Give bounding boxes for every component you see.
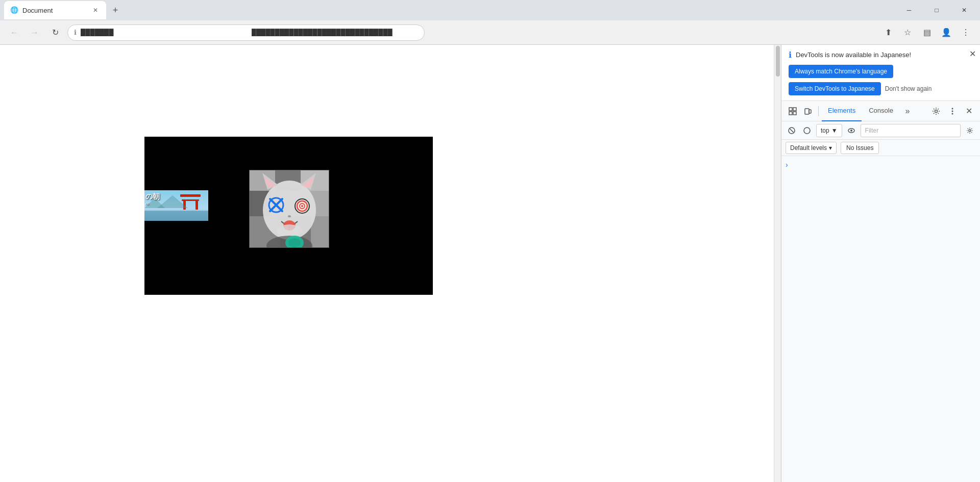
devtools-close-button[interactable]: ✕ xyxy=(962,104,976,118)
japanese-text: の朝 xyxy=(145,192,160,201)
svg-point-33 xyxy=(277,224,302,237)
info-circle-icon: ℹ xyxy=(789,50,792,60)
navigation-bar: ← → ↻ ℹ ███████ ████████████████████████… xyxy=(0,20,980,45)
tab-title: Document xyxy=(22,7,87,14)
expand-chevron[interactable]: › xyxy=(786,161,788,169)
bookmark-icon[interactable]: ☆ xyxy=(899,24,916,41)
browser-window: 🌐 Document ✕ + ─ □ ✕ ← → ↻ ℹ ███████ ███… xyxy=(0,0,980,482)
devtools-issues-bar: Default levels ▾ No Issues xyxy=(781,140,980,156)
always-match-language-button[interactable]: Always match Chrome's language xyxy=(789,65,893,78)
back-button[interactable]: ← xyxy=(6,24,22,41)
svg-rect-39 xyxy=(789,112,792,115)
page-content: の朝 m xyxy=(0,45,774,482)
browser-tab[interactable]: 🌐 Document ✕ xyxy=(4,1,106,19)
maximize-button[interactable]: □ xyxy=(925,2,948,18)
device-toggle-button[interactable] xyxy=(801,104,815,118)
svg-rect-41 xyxy=(805,109,809,114)
notification-secondary-buttons: Switch DevTools to Japanese Don't show a… xyxy=(789,82,973,95)
tab-favicon: 🌐 xyxy=(10,6,18,14)
default-levels-selector[interactable]: Default levels ▾ xyxy=(786,142,837,154)
svg-rect-5 xyxy=(195,199,198,210)
no-issues-badge: No Issues xyxy=(841,142,879,154)
url-path: ██████████████████████████████ xyxy=(252,29,419,36)
title-bar-controls: ─ □ ✕ xyxy=(897,2,976,18)
svg-point-49 xyxy=(804,128,810,134)
notification-close-button[interactable]: ✕ xyxy=(969,49,976,59)
page-scrollbar[interactable] xyxy=(774,45,781,482)
element-picker-button[interactable] xyxy=(786,104,800,118)
svg-point-36 xyxy=(288,238,301,247)
toolbar-separator-1 xyxy=(818,106,819,116)
svg-line-48 xyxy=(790,129,794,132)
japanese-subtext: m xyxy=(145,201,160,206)
notification-buttons: Always match Chrome's language xyxy=(789,65,973,78)
devtools-toolbar: Elements Console » ✕ xyxy=(781,101,980,121)
anime-character-image xyxy=(249,170,329,248)
devtools-notification: ℹ DevTools is now available in Japanese!… xyxy=(781,45,980,101)
svg-rect-1 xyxy=(144,211,208,221)
main-area: の朝 m xyxy=(0,45,980,482)
console-settings-icon[interactable] xyxy=(964,124,976,137)
context-selector[interactable]: top ▼ xyxy=(816,124,842,137)
tab-elements[interactable]: Elements xyxy=(822,101,862,121)
devtools-right-controls: ✕ xyxy=(929,104,976,118)
svg-point-45 xyxy=(952,110,953,112)
japanese-landscape-image: の朝 m xyxy=(144,190,208,221)
default-levels-label: Default levels xyxy=(790,144,827,151)
eye-filter-button[interactable] xyxy=(845,124,857,137)
forward-button[interactable]: → xyxy=(27,24,43,41)
devtools-content-area: › xyxy=(781,156,980,482)
reload-button[interactable]: ↻ xyxy=(47,24,63,41)
levels-dropdown-icon: ▾ xyxy=(829,144,832,151)
svg-point-29 xyxy=(301,205,303,207)
address-bar[interactable]: ℹ ███████ ██████████████████████████████ xyxy=(67,24,425,41)
url-text: ███████ xyxy=(81,29,248,36)
notification-text: DevTools is now available in Japanese! xyxy=(796,51,911,59)
sidebar-toggle-icon[interactable]: ▤ xyxy=(919,24,935,41)
share-icon[interactable]: ⬆ xyxy=(880,24,896,41)
tab-close-button[interactable]: ✕ xyxy=(91,6,100,15)
menu-icon[interactable]: ⋮ xyxy=(958,24,974,41)
svg-rect-42 xyxy=(809,110,811,113)
context-label: top xyxy=(821,127,829,134)
dont-show-again-link[interactable]: Don't show again xyxy=(885,85,932,92)
svg-rect-38 xyxy=(793,108,796,111)
svg-point-52 xyxy=(969,130,971,132)
svg-point-46 xyxy=(952,113,953,114)
info-icon: ℹ xyxy=(74,29,77,36)
devtools-console-bar: top ▼ xyxy=(781,121,980,140)
devtools-settings-button[interactable] xyxy=(929,104,943,118)
title-bar: 🌐 Document ✕ + ─ □ ✕ xyxy=(0,0,980,20)
nav-right-buttons: ⬆ ☆ ▤ 👤 ⋮ xyxy=(880,24,974,41)
devtools-more-options-button[interactable] xyxy=(945,104,960,118)
page-inner: の朝 m xyxy=(0,45,774,482)
svg-rect-40 xyxy=(793,112,796,115)
tab-console[interactable]: Console xyxy=(863,101,899,121)
svg-point-30 xyxy=(288,215,291,217)
svg-rect-37 xyxy=(789,108,792,111)
switch-to-japanese-button[interactable]: Switch DevTools to Japanese xyxy=(789,82,881,95)
notification-title: ℹ DevTools is now available in Japanese! xyxy=(789,50,973,60)
svg-point-51 xyxy=(850,130,852,132)
canvas-area: の朝 m xyxy=(144,137,433,295)
devtools-panel: ℹ DevTools is now available in Japanese!… xyxy=(781,45,980,482)
scrollbar-track xyxy=(774,45,781,482)
new-tab-button[interactable]: + xyxy=(108,3,122,17)
close-window-button[interactable]: ✕ xyxy=(952,2,976,18)
profile-icon[interactable]: 👤 xyxy=(938,24,954,41)
svg-rect-2 xyxy=(180,194,201,197)
filter-input[interactable] xyxy=(861,124,961,137)
minimize-button[interactable]: ─ xyxy=(897,2,921,18)
clear-console-button[interactable] xyxy=(786,124,798,137)
context-dropdown-icon: ▼ xyxy=(831,127,838,134)
more-tabs-button[interactable]: » xyxy=(900,104,915,118)
filter-toggle-button[interactable] xyxy=(801,124,813,137)
svg-point-43 xyxy=(935,110,938,112)
svg-point-44 xyxy=(952,108,953,109)
scrollbar-thumb[interactable] xyxy=(776,46,780,77)
